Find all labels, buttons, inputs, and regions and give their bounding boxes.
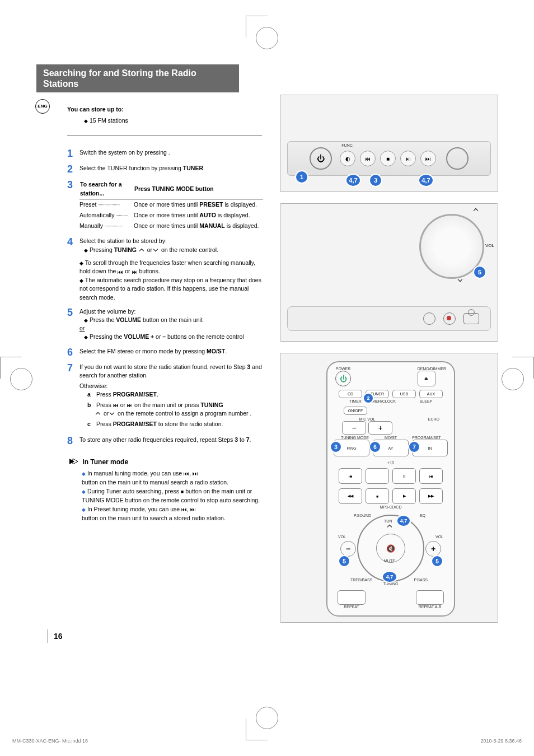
step-4-note-2: ◆ The automatic search procedure may sto… bbox=[79, 276, 263, 302]
t: or bbox=[120, 402, 127, 408]
text: or bbox=[147, 246, 154, 253]
step-7-body: If you do not want to store the radio st… bbox=[79, 363, 263, 430]
func-button[interactable]: ◐ bbox=[340, 151, 355, 166]
diamond-icon: ◆ bbox=[84, 334, 88, 340]
text: is displayed. bbox=[225, 222, 259, 229]
text: Once or more times until bbox=[134, 201, 199, 208]
timer-label: TIMER bbox=[345, 399, 366, 403]
play-pause-button[interactable]: ⏯ bbox=[400, 151, 416, 166]
section-divider bbox=[67, 135, 262, 136]
tuner-bullet-2: ◆ During Tuner auto searching, press but… bbox=[82, 487, 263, 505]
repeat-button[interactable] bbox=[338, 590, 366, 605]
volume-knob[interactable] bbox=[446, 147, 469, 170]
play-button[interactable]: ▶ bbox=[392, 488, 416, 504]
remote-control: POWER ⏻ DEMO/DIMMER ⏏ CD TUNER 2 USB bbox=[326, 361, 455, 617]
t: button on the main unit to manual search… bbox=[82, 479, 228, 486]
plus10-label: +10 bbox=[327, 461, 454, 465]
stop-button[interactable]: ■ bbox=[380, 151, 396, 166]
title-line-1: Searching for and Storing the Radio bbox=[43, 68, 196, 78]
tuner-mode-bullets: ◆ In manual tuning mode, you can use , b… bbox=[82, 469, 263, 523]
diamond-icon: ◆ bbox=[82, 489, 86, 494]
power-block: POWER ⏻ bbox=[335, 367, 351, 386]
demo-block: DEMO/DIMMER ⏏ bbox=[418, 367, 446, 386]
intro-bullet: ◆ 15 FM stations bbox=[84, 117, 263, 124]
aux-button[interactable]: AUX bbox=[419, 390, 443, 398]
tuningmode-button[interactable]: 3 PING bbox=[334, 440, 369, 456]
table-row: Preset ·····················Once or more… bbox=[79, 199, 263, 210]
t: To store any other radio frequencies req… bbox=[79, 436, 235, 443]
skip-next-icon bbox=[132, 268, 138, 277]
mic-jack-1[interactable] bbox=[423, 312, 435, 325]
callout-badge-5a: 5 bbox=[338, 555, 350, 567]
dotted-leader: ················· bbox=[103, 222, 123, 229]
rewind-button[interactable]: ◀◀ bbox=[339, 488, 362, 504]
pause-button[interactable]: ⏸ bbox=[392, 468, 416, 484]
repeat-ab-button[interactable] bbox=[416, 590, 444, 605]
diamond-icon: ◆ bbox=[84, 118, 88, 124]
table-row: Manually ·················Once or more t… bbox=[79, 221, 263, 231]
skip-next-icon bbox=[193, 469, 198, 478]
skip-fwd-button[interactable]: ⏭ bbox=[419, 468, 443, 484]
stop-icon bbox=[181, 487, 184, 496]
registration-mark-top bbox=[246, 16, 268, 38]
mic-jack-2[interactable] bbox=[443, 312, 456, 325]
svg-marker-0 bbox=[69, 459, 74, 464]
figure-remote: POWER ⏻ DEMO/DIMMER ⏏ CD TUNER 2 USB bbox=[280, 353, 498, 623]
phones-jack[interactable] bbox=[463, 313, 479, 324]
next-button[interactable]: ⏭ bbox=[420, 151, 436, 166]
text: or bbox=[154, 333, 162, 340]
chevron-up-icon[interactable] bbox=[388, 524, 394, 528]
remote-power-button[interactable]: ⏻ bbox=[335, 371, 351, 386]
most-button[interactable]: 6 AY bbox=[373, 440, 409, 456]
micvol-plus-button[interactable]: + bbox=[368, 421, 392, 435]
col-header-left: To search for a station... bbox=[79, 180, 134, 199]
eject-button[interactable]: ⏏ bbox=[418, 371, 435, 386]
heading-text: In Tuner mode bbox=[82, 458, 128, 466]
micvol-minus-button[interactable]: − bbox=[342, 421, 366, 435]
diamond-icon: ◆ bbox=[82, 507, 86, 512]
usb-button[interactable]: USB bbox=[392, 390, 416, 398]
figure-top-panel: ⏻ FUNC. ◐ ⏮ ■ ⏯ ⏭ 1 4,7 3 4,7 bbox=[280, 95, 498, 192]
step-1: 1 Switch the system on by pressing . bbox=[67, 148, 263, 158]
step-6: 6 Select the FM stereo or mono mode by p… bbox=[67, 347, 263, 357]
step-2-text: Select the TUNER function by pressing TU… bbox=[79, 164, 263, 174]
skip-previous-icon bbox=[181, 505, 187, 514]
b: PROGRAM/SET bbox=[113, 421, 157, 427]
tuner-button[interactable]: TUNER 2 bbox=[366, 390, 389, 398]
ffwd-button[interactable]: ▶▶ bbox=[419, 488, 443, 504]
diamond-icon: ◆ bbox=[82, 471, 86, 477]
t: Press bbox=[96, 391, 113, 398]
tuner-bullet-1: ◆ In manual tuning mode, you can use , b… bbox=[82, 469, 263, 487]
t: button on the main unit to search a stor… bbox=[82, 515, 226, 521]
eq-label: EQ bbox=[420, 514, 425, 517]
diamond-icon: ◆ bbox=[79, 260, 83, 266]
source-row: CD TUNER 2 USB AUX bbox=[327, 390, 454, 398]
skip-back-button[interactable]: ⏮ bbox=[339, 468, 362, 484]
text: Press the bbox=[90, 316, 116, 323]
power-button[interactable]: ⏻ bbox=[310, 147, 332, 170]
diamond-icon: ◆ bbox=[79, 278, 83, 283]
onoff-button[interactable]: ON/OFF bbox=[344, 407, 367, 415]
vol-minus-button[interactable]: − bbox=[340, 541, 356, 557]
or-text: or bbox=[79, 324, 263, 333]
prev-button[interactable]: ⏮ bbox=[360, 151, 376, 166]
top-panel-bar: ⏻ FUNC. ◐ ⏮ ■ ⏯ ⏭ bbox=[287, 141, 491, 176]
progset-button[interactable]: 7 IN bbox=[412, 440, 448, 456]
t: During Tuner auto searching, press bbox=[87, 488, 181, 494]
stop-button[interactable]: ■ bbox=[366, 488, 389, 504]
front-panel-jacks bbox=[287, 306, 491, 331]
col-header-right: Press TUNING MODE button bbox=[134, 180, 263, 199]
cd-button[interactable]: CD bbox=[339, 390, 362, 398]
vol-plus-button[interactable]: + bbox=[425, 541, 441, 557]
step-number: 2 bbox=[67, 164, 79, 174]
repeat-block: REPEAT bbox=[338, 590, 366, 609]
most-label: MO/ST bbox=[374, 436, 407, 440]
page-title: Searching for and Storing the Radio Stat… bbox=[36, 64, 239, 92]
text: Select the TUNER function by pressing bbox=[79, 165, 183, 171]
trebbass-label: TREB/BASS bbox=[350, 578, 372, 582]
tuning-mode-table: To search for a station... Press TUNING … bbox=[79, 180, 263, 231]
blank-button[interactable] bbox=[366, 468, 389, 484]
demo-label: DEMO/DIMMER bbox=[418, 367, 446, 371]
text: buttons on the remote control bbox=[166, 333, 244, 340]
power-label: POWER bbox=[335, 367, 351, 371]
